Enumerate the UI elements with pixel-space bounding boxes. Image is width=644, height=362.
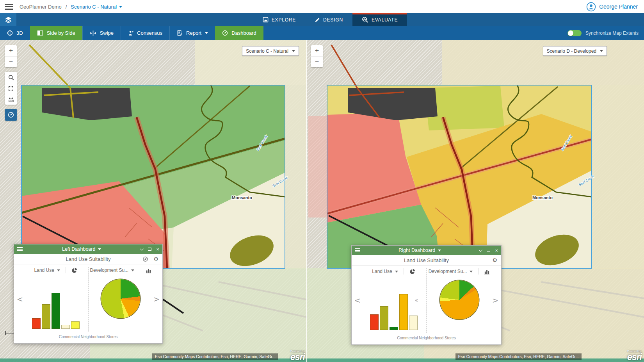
right-dashboard-charts: < Land Use « xyxy=(352,266,501,335)
bar-segment xyxy=(399,294,408,330)
map-attribution-right: Esri Community Maps Contributors, Esri, … xyxy=(455,353,582,360)
zoom-in-button[interactable]: + xyxy=(5,45,17,56)
contents-panel-button[interactable] xyxy=(0,13,16,26)
dashboard-menu-icon[interactable] xyxy=(355,248,360,252)
chart-field-label: Land Use xyxy=(34,267,54,273)
scenario-selector-right[interactable]: Scenario D - Developed xyxy=(543,46,607,56)
visibility-off-icon[interactable] xyxy=(142,256,148,262)
dashboard-button[interactable]: Dashboard xyxy=(215,26,263,40)
maximize-icon[interactable] xyxy=(487,249,490,252)
widget-title: Land Use Suitability xyxy=(352,257,501,263)
dashboard-menu-icon[interactable] xyxy=(17,247,23,251)
bar-chart-card: Land Use xyxy=(23,264,88,334)
zoom-in-button[interactable]: + xyxy=(311,45,323,56)
chevron-down-icon xyxy=(292,50,295,52)
pie-chart-icon[interactable] xyxy=(71,267,77,273)
left-dashboard-charts: < Land Use Dev xyxy=(14,264,162,334)
side-by-side-button[interactable]: Side by Side xyxy=(30,26,82,40)
chevron-down-icon xyxy=(395,271,398,273)
zoom-control-right: + − xyxy=(311,45,323,67)
collapse-icon[interactable] xyxy=(479,248,483,252)
tab-explore[interactable]: EXPLORE xyxy=(253,13,305,26)
bar-chart-icon[interactable] xyxy=(484,269,490,275)
next-category-button[interactable]: > xyxy=(153,295,160,303)
prev-category-button[interactable]: < xyxy=(17,295,23,303)
sync-extents-toggle[interactable] xyxy=(568,30,582,36)
scenario-breadcrumb-menu[interactable]: Scenario C - Natural xyxy=(71,4,122,10)
left-dashboard-header[interactable]: Left Dashboard × xyxy=(14,244,162,254)
dashboard-label: Dashboard xyxy=(231,30,256,36)
widget-title-row: Land Use Suitability ⚙ xyxy=(14,254,162,264)
chevron-down-icon xyxy=(131,269,134,271)
consensus-label: Consensus xyxy=(137,30,162,36)
3d-label: 3D xyxy=(16,30,23,36)
bar-segment xyxy=(52,293,60,329)
collapse-icon[interactable] xyxy=(140,247,144,251)
dashboard-window-controls: × xyxy=(141,247,159,252)
dashboard-tool-button[interactable] xyxy=(5,109,17,121)
full-extent-button[interactable] xyxy=(5,83,17,94)
close-icon[interactable]: × xyxy=(495,248,498,253)
side-by-side-label: Side by Side xyxy=(47,30,75,36)
evaluate-toolbar: 3D Side by Side Swipe Consens xyxy=(0,26,644,40)
expand-icon xyxy=(8,86,14,91)
chevron-down-icon xyxy=(205,32,208,34)
scenario-selector-right-label: Scenario D - Developed xyxy=(547,48,596,54)
mode-navbar: EXPLORE DESIGN EVALUATE xyxy=(0,13,644,26)
left-dashboard-panel: Left Dashboard × Land Use Suitability xyxy=(14,244,163,344)
side-by-side-icon xyxy=(37,30,43,36)
measure-icon xyxy=(8,97,14,102)
tab-design-label: DESIGN xyxy=(323,17,343,23)
gear-icon[interactable]: ⚙ xyxy=(492,257,497,263)
esri-logo-text: esri xyxy=(627,353,642,362)
maximize-icon[interactable] xyxy=(148,248,151,251)
sync-extents-control: Synchronize Map Extents xyxy=(568,26,639,40)
bar-chart-icon[interactable] xyxy=(146,267,151,273)
dashboard-title: Left Dashboard xyxy=(62,246,95,252)
close-icon[interactable]: × xyxy=(156,247,159,252)
zoom-out-button[interactable]: − xyxy=(311,56,323,67)
consensus-button[interactable]: Consensus xyxy=(121,26,169,40)
user-name: George Planner xyxy=(599,4,638,10)
user-menu[interactable]: George Planner xyxy=(586,2,638,12)
development-suitability-pie-chart xyxy=(101,279,140,318)
next-category-button[interactable]: > xyxy=(492,296,498,305)
divider xyxy=(478,268,479,275)
right-dashboard-header[interactable]: Right Dashboard × xyxy=(352,246,501,255)
report-document-icon xyxy=(177,30,183,36)
chart-field-selector[interactable]: Land Use xyxy=(34,264,77,276)
pie-chart-card: Development Su... xyxy=(89,264,153,334)
swipe-button[interactable]: Swipe xyxy=(82,26,121,40)
swipe-label: Swipe xyxy=(100,30,114,36)
chart-field-label: Development Su... xyxy=(429,269,467,274)
top-header: GeoPlanner Demo / Scenario C - Natural G… xyxy=(0,0,644,13)
measure-button[interactable] xyxy=(5,94,17,105)
tab-evaluate[interactable]: EVALUATE xyxy=(352,13,407,26)
gear-icon[interactable]: ⚙ xyxy=(153,256,158,262)
chart-field-label: Development Su... xyxy=(90,267,128,273)
chart-field-selector[interactable]: Development Su... xyxy=(90,264,151,276)
main-menu-icon[interactable] xyxy=(5,4,13,10)
tab-design[interactable]: DESIGN xyxy=(305,13,352,26)
pie-chart-icon[interactable] xyxy=(409,269,415,275)
bar-segment xyxy=(42,304,50,329)
zoom-out-button[interactable]: − xyxy=(5,56,17,67)
chevron-down-icon xyxy=(57,269,60,271)
scenario-selector-left[interactable]: Scenario C - Natural xyxy=(242,46,299,56)
report-button[interactable]: Report xyxy=(169,26,215,40)
evaluate-chart-magnifier-icon xyxy=(362,16,368,23)
bar-segment xyxy=(61,325,70,329)
dashboard-title-menu[interactable]: Right Dashboard xyxy=(360,248,479,253)
development-suitability-pie-chart xyxy=(440,280,479,319)
scenario-breadcrumb-label: Scenario C - Natural xyxy=(71,4,117,10)
toggle-knob xyxy=(568,30,573,36)
chart-field-selector[interactable]: Land Use xyxy=(372,266,415,277)
geoplanner-app: GeoPlanner Demo / Scenario C - Natural G… xyxy=(0,0,644,362)
pie-chart-card: Development Su... xyxy=(427,266,492,335)
search-button[interactable] xyxy=(5,72,17,83)
collapse-charts-button[interactable]: « xyxy=(415,297,418,304)
chart-field-selector[interactable]: Development Su... xyxy=(429,266,490,277)
prev-category-button[interactable]: < xyxy=(354,296,361,305)
dashboard-title-menu[interactable]: Left Dashboard xyxy=(23,246,141,252)
3d-button[interactable]: 3D xyxy=(0,26,30,40)
